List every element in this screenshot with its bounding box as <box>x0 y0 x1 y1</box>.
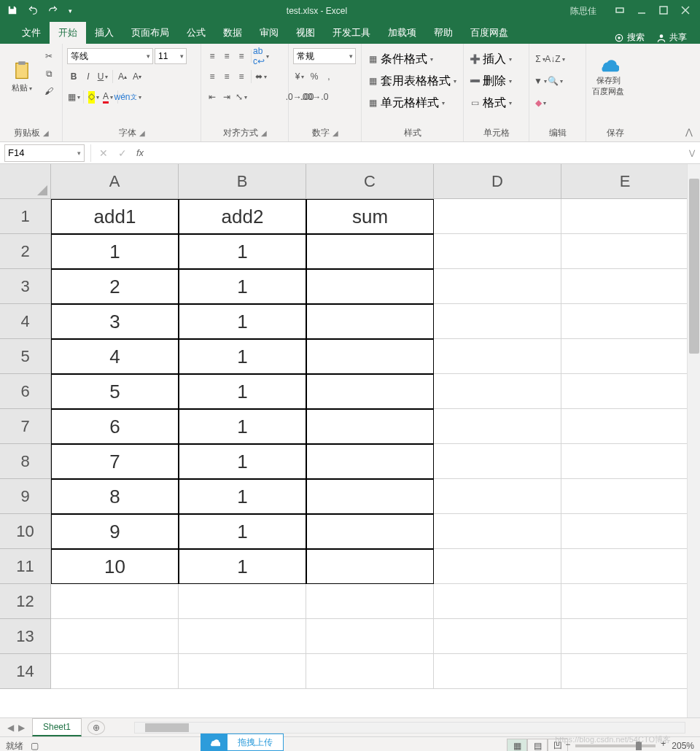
cell-A14[interactable] <box>51 654 179 689</box>
cell-D11[interactable] <box>434 549 561 584</box>
merge-icon[interactable]: ⬌ <box>254 70 268 83</box>
row-header-5[interactable]: 5 <box>0 339 51 374</box>
cell-B7[interactable]: 1 <box>179 409 306 444</box>
tab-review[interactable]: 审阅 <box>251 22 287 44</box>
row-header-9[interactable]: 9 <box>0 479 51 514</box>
row-header-7[interactable]: 7 <box>0 409 51 444</box>
cell-E12[interactable] <box>561 584 689 619</box>
baidu-save-button[interactable]: 保存到百度网盘 <box>591 47 626 105</box>
cell-A7[interactable]: 6 <box>51 409 179 444</box>
worksheet[interactable]: ABCDE1add1add2sum21132143154165176187198… <box>0 164 700 718</box>
align-right-icon[interactable]: ≡ <box>235 70 248 83</box>
fill-color-icon[interactable]: ◇ <box>87 90 100 104</box>
cell-D9[interactable] <box>434 479 561 514</box>
cell-E14[interactable] <box>561 654 689 689</box>
cell-A3[interactable]: 2 <box>51 269 179 304</box>
copy-icon[interactable]: ⧉ <box>42 67 55 80</box>
cell-A12[interactable] <box>51 584 179 619</box>
cell-B6[interactable]: 1 <box>179 374 306 409</box>
table-format-button[interactable]: ▦套用表格格式 <box>366 71 456 90</box>
cell-A8[interactable]: 7 <box>51 444 179 479</box>
horizontal-scrollbar[interactable] <box>134 722 685 734</box>
cell-A13[interactable] <box>51 619 179 654</box>
cell-C10[interactable] <box>306 514 434 549</box>
find-icon[interactable]: 🔍 <box>548 74 561 87</box>
tab-addin[interactable]: 加载项 <box>379 22 425 44</box>
view-page-layout-icon[interactable]: ▤ <box>527 739 548 751</box>
cell-C1[interactable]: sum <box>306 199 434 234</box>
cell-B4[interactable]: 1 <box>179 304 306 339</box>
cell-C12[interactable] <box>306 584 434 619</box>
undo-icon[interactable] <box>28 5 38 17</box>
insert-cells-button[interactable]: ➕插入 <box>468 50 512 69</box>
cell-D3[interactable] <box>434 269 561 304</box>
user-name[interactable]: 陈思佳 <box>561 5 605 17</box>
format-cells-button[interactable]: ▭格式 <box>468 93 512 112</box>
currency-icon[interactable]: ¥ <box>293 70 306 83</box>
number-launcher-icon[interactable]: ◢ <box>332 129 338 137</box>
cell-D5[interactable] <box>434 339 561 374</box>
expand-formula-icon[interactable]: ⋁ <box>684 149 700 157</box>
italic-icon[interactable]: I <box>82 70 95 83</box>
upload-pill[interactable]: 拖拽上传 <box>201 734 284 751</box>
cell-E8[interactable] <box>561 444 689 479</box>
indent-inc-icon[interactable]: ⇥ <box>220 90 233 104</box>
cell-D14[interactable] <box>434 654 561 689</box>
wrap-text-icon[interactable]: abc↩ <box>254 50 268 63</box>
cell-E2[interactable] <box>561 234 689 269</box>
tab-data[interactable]: 数据 <box>214 22 251 44</box>
cell-E11[interactable] <box>561 549 689 584</box>
sort-filter-icon[interactable]: A↓Z <box>548 52 561 66</box>
grow-font-icon[interactable]: A▴ <box>116 70 129 83</box>
cell-C7[interactable] <box>306 409 434 444</box>
ribbon-options-icon[interactable] <box>615 6 624 17</box>
cell-B2[interactable]: 1 <box>179 234 306 269</box>
row-header-1[interactable]: 1 <box>0 199 51 234</box>
cell-B3[interactable]: 1 <box>179 269 306 304</box>
align-left-icon[interactable]: ≡ <box>206 70 219 83</box>
phonetic-icon[interactable]: wén文 <box>121 90 134 104</box>
new-sheet-icon[interactable]: ⊕ <box>88 720 105 735</box>
zoom-level[interactable]: 205% <box>672 741 694 751</box>
tab-dev[interactable]: 开发工具 <box>324 22 379 44</box>
cell-E7[interactable] <box>561 409 689 444</box>
minimize-icon[interactable] <box>637 6 646 17</box>
column-header-C[interactable]: C <box>306 164 434 199</box>
cell-B8[interactable]: 1 <box>179 444 306 479</box>
cell-A5[interactable]: 4 <box>51 339 179 374</box>
tab-layout[interactable]: 页面布局 <box>122 22 178 44</box>
cell-D8[interactable] <box>434 444 561 479</box>
cell-B10[interactable]: 1 <box>179 514 306 549</box>
close-icon[interactable] <box>681 6 690 17</box>
cell-style-button[interactable]: ▦单元格样式 <box>366 93 445 112</box>
row-header-3[interactable]: 3 <box>0 269 51 304</box>
sheet-nav-next-icon[interactable]: ▶ <box>18 723 25 733</box>
clipboard-launcher-icon[interactable]: ◢ <box>43 129 49 137</box>
column-header-D[interactable]: D <box>434 164 561 199</box>
fill-icon[interactable]: ▼ <box>534 74 547 87</box>
cell-E6[interactable] <box>561 374 689 409</box>
tab-formula[interactable]: 公式 <box>178 22 214 44</box>
cell-E1[interactable] <box>561 199 689 234</box>
view-normal-icon[interactable]: ▦ <box>507 739 527 751</box>
select-all-corner[interactable] <box>0 164 51 199</box>
tab-file[interactable]: 文件 <box>13 22 50 44</box>
row-header-13[interactable]: 13 <box>0 619 51 654</box>
clear-icon[interactable]: ◆ <box>534 96 547 109</box>
formula-input[interactable] <box>148 144 684 162</box>
cell-E4[interactable] <box>561 304 689 339</box>
cell-E3[interactable] <box>561 269 689 304</box>
cell-E13[interactable] <box>561 619 689 654</box>
tab-help[interactable]: 帮助 <box>425 22 462 44</box>
column-header-A[interactable]: A <box>51 164 179 199</box>
cell-C6[interactable] <box>306 374 434 409</box>
cell-A1[interactable]: add1 <box>51 199 179 234</box>
cell-B13[interactable] <box>179 619 306 654</box>
orientation-icon[interactable]: ⤡ <box>235 90 248 104</box>
collapse-ribbon-icon[interactable]: ⋀ <box>685 127 693 137</box>
cell-A6[interactable]: 5 <box>51 374 179 409</box>
cell-B11[interactable]: 1 <box>179 549 306 584</box>
macro-record-icon[interactable]: ▢ <box>31 741 39 751</box>
cell-A2[interactable]: 1 <box>51 234 179 269</box>
column-header-E[interactable]: E <box>561 164 689 199</box>
